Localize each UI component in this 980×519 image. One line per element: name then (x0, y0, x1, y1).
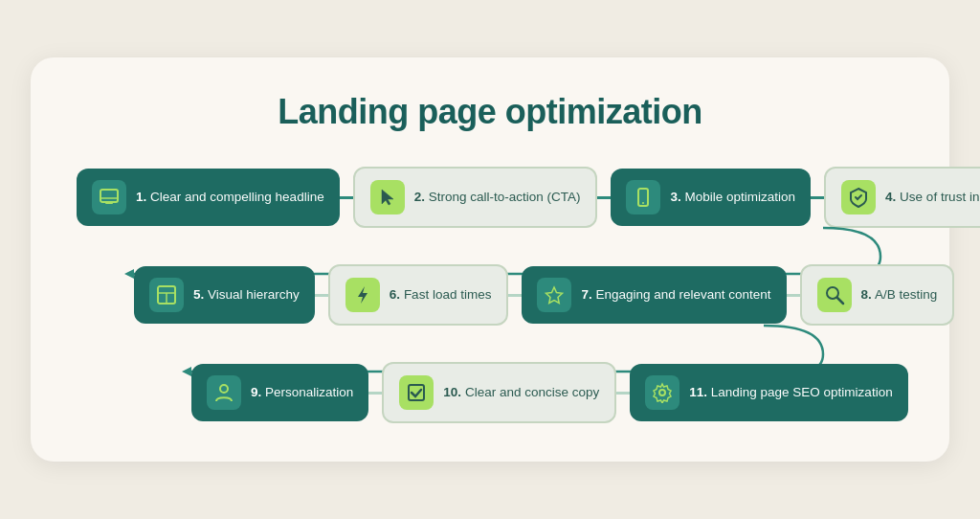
item-2-text: 2. Strong call-to-action (CTA) (414, 189, 581, 206)
item-6: 6. Fast load times (328, 264, 509, 326)
person-icon (207, 375, 241, 410)
svg-rect-1 (105, 202, 113, 204)
item-9: 9. Personalization (191, 364, 368, 421)
row-1: 1. Clear and compelling headline 2. Stro… (77, 167, 903, 274)
mobile-icon (626, 180, 660, 214)
svg-point-4 (642, 202, 644, 204)
cursor-icon (370, 180, 405, 214)
item-5-text: 5. Visual hierarchy (193, 286, 300, 304)
item-6-text: 6. Fast load times (390, 286, 492, 304)
item-10: 10. Clear and concise copy (382, 362, 616, 423)
star-icon (537, 278, 571, 312)
item-3-text: 3. Mobile optimization (670, 189, 795, 206)
search-icon (817, 278, 852, 312)
row-2: 5. Visual hierarchy 6. Fast load times (77, 264, 903, 372)
item-11: 11. Landing page SEO optimization (630, 364, 907, 421)
item-11-text: 11. Landing page SEO optimization (689, 384, 892, 401)
item-8: 8. A/B testing (800, 264, 955, 326)
monitor-icon (92, 180, 126, 214)
layout-icon (149, 278, 184, 312)
check-icon (399, 375, 434, 410)
svg-point-12 (220, 385, 228, 393)
item-5: 5. Visual hierarchy (134, 266, 315, 324)
item-9-text: 9. Personalization (251, 384, 353, 401)
main-card: Landing page optimization 1. Clear and c… (31, 57, 949, 462)
item-7-text: 7. Engaging and relevant content (581, 286, 770, 304)
bolt-icon (345, 278, 380, 312)
item-8-text: 8. A/B testing (861, 286, 938, 304)
item-4: 4. Use of trust indicators (824, 167, 980, 228)
page-title: Landing page optimization (77, 92, 903, 132)
svg-point-14 (659, 390, 665, 395)
shield-icon (841, 180, 876, 214)
item-10-text: 10. Clear and concise copy (443, 384, 599, 401)
item-1: 1. Clear and compelling headline (77, 169, 340, 226)
svg-rect-0 (100, 190, 118, 202)
gear-icon (645, 375, 679, 410)
row-3: 9. Personalization 10. Clear and concise… (77, 362, 903, 423)
item-1-text: 1. Clear and compelling headline (136, 189, 324, 206)
item-7: 7. Engaging and relevant content (522, 266, 786, 324)
item-2: 2. Strong call-to-action (CTA) (353, 167, 598, 228)
item-4-text: 4. Use of trust indicators (885, 189, 980, 206)
svg-line-10 (837, 298, 843, 304)
item-3: 3. Mobile optimization (611, 169, 811, 226)
